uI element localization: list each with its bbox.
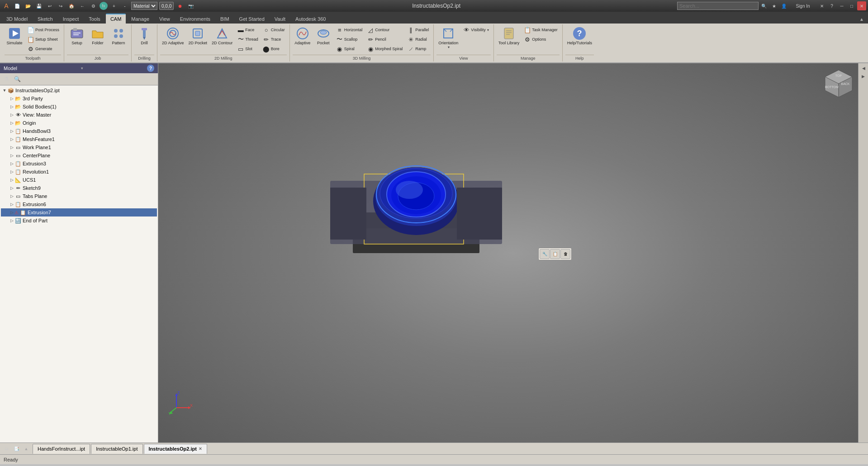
float-btn-1[interactable]: 🔧: [540, 249, 550, 259]
material-dropdown[interactable]: Material: [131, 2, 157, 10]
tree-toggle-view-master[interactable]: ▷: [9, 113, 14, 117]
right-mini-btn-2[interactable]: ▶: [862, 74, 865, 79]
drill-btn[interactable]: Drill: [134, 25, 154, 46]
tab-3d-model[interactable]: 3D Model: [2, 14, 32, 24]
save-btn[interactable]: 💾: [34, 1, 43, 10]
signin-btn[interactable]: Sign In: [789, 1, 816, 10]
scallop-btn[interactable]: 〜 Scallop: [334, 35, 365, 44]
tab-manage[interactable]: Manage: [127, 14, 154, 24]
adaptive-btn[interactable]: Adaptive: [293, 25, 313, 46]
tab-view[interactable]: View: [155, 14, 175, 24]
tab-instructables2[interactable]: InstructablesOp2.ipt ✕: [144, 444, 207, 454]
folder-btn[interactable]: Folder: [88, 25, 108, 46]
search-icon[interactable]: 🔍: [759, 1, 768, 10]
tab-sketch[interactable]: Sketch: [33, 14, 57, 24]
setup-btn[interactable]: Setup: [67, 25, 87, 46]
minus-btn[interactable]: -: [120, 1, 129, 10]
tab-cam[interactable]: CAM: [106, 14, 126, 24]
tree-toggle-work-plane1[interactable]: ▷: [9, 145, 14, 150]
tree-item-view-master[interactable]: ▷👁View: Master: [1, 111, 157, 119]
right-mini-btn-1[interactable]: ◀: [861, 64, 866, 72]
task-manager-btn[interactable]: 📋 Task Manager: [522, 25, 560, 34]
tab-nav-icon-2[interactable]: 📑: [12, 444, 21, 453]
search-input[interactable]: [677, 2, 759, 10]
bookmark-icon[interactable]: ★: [769, 1, 778, 10]
horizontal-btn[interactable]: ≡ Horizontal: [334, 25, 365, 34]
tool-library-btn[interactable]: Tool Library: [497, 25, 522, 46]
tree-toggle-root[interactable]: ▼: [2, 88, 7, 93]
simulate-btn[interactable]: Simulate: [5, 25, 24, 46]
2d-contour-btn[interactable]: 2D Contour: [210, 25, 234, 46]
bore-btn[interactable]: ⬤ Bore: [261, 44, 287, 53]
tree-toggle-end-of-part[interactable]: ▷: [9, 218, 14, 223]
tree-toggle-tabs-plane[interactable]: ▷: [9, 194, 14, 198]
tree-item-extrusion6[interactable]: ▷📋Extrusion6: [1, 200, 157, 208]
float-btn-2[interactable]: 📋: [550, 249, 560, 259]
tree-toggle-extrusion6[interactable]: ▷: [9, 202, 14, 207]
tree-item-end-of-part[interactable]: ▷🔚End of Part: [1, 217, 157, 225]
tree-item-extrusion7[interactable]: ▷⚠📋Extrusion7: [1, 208, 157, 217]
orientation-btn[interactable]: Orientation ▾: [436, 25, 460, 50]
setup-sheet-btn[interactable]: 📋 Setup Sheet: [25, 35, 61, 44]
tree-toggle-centerplane[interactable]: ▷: [9, 153, 14, 158]
undo-btn[interactable]: ↩: [45, 1, 54, 10]
help-circle-btn[interactable]: fx: [100, 2, 108, 10]
tab-bim[interactable]: BIM: [216, 14, 234, 24]
camera-btn[interactable]: 📷: [186, 1, 195, 10]
trace-btn[interactable]: ✏ Trace: [261, 35, 287, 44]
tree-toggle-extrusion3[interactable]: ▷: [9, 161, 14, 166]
morphed-spiral-btn[interactable]: ◉ Morphed Spiral: [365, 44, 404, 53]
tab-vault[interactable]: Vault: [270, 14, 290, 24]
ramp-btn[interactable]: ⟋ Ramp: [405, 44, 431, 53]
tree-item-work-plane1[interactable]: ▷▭Work Plane1: [1, 143, 157, 151]
back-btn[interactable]: ←: [78, 1, 87, 10]
question-btn[interactable]: ?: [827, 1, 836, 10]
generate-btn[interactable]: ⚙ Generate: [25, 44, 61, 53]
filter-btn[interactable]: ⚗: [2, 75, 11, 84]
tree-item-centerplane[interactable]: ▷▭CenterPlane: [1, 151, 157, 160]
tree-toggle-revolution1[interactable]: ▷: [9, 169, 14, 174]
tree-item-ucs1[interactable]: ▷📐UCS1: [1, 176, 157, 184]
tab-inspect[interactable]: Inspect: [58, 14, 83, 24]
open-btn[interactable]: 📂: [24, 1, 33, 10]
tree-toggle-extrusion7[interactable]: ▷: [9, 210, 14, 215]
tree-item-sketch9[interactable]: ▷✏Sketch9: [1, 184, 157, 192]
contour-btn[interactable]: ◿ Contour: [365, 25, 404, 34]
tree-toggle-origin[interactable]: ▷: [9, 121, 14, 125]
face-btn[interactable]: ▬ Face: [235, 25, 260, 34]
radial-btn[interactable]: ✳ Radial: [405, 35, 431, 44]
tree-toggle-solid-bodies[interactable]: ▷: [9, 104, 14, 109]
tree-toggle-meshfeature1[interactable]: ▷: [9, 137, 14, 141]
parallel-btn[interactable]: ∥ Parallel: [405, 25, 431, 34]
slot-btn[interactable]: ▭ Slot: [235, 44, 260, 53]
tree-item-3rd-party[interactable]: ▷📂3rd Party: [1, 94, 157, 103]
pocket-btn[interactable]: Pocket: [313, 25, 333, 46]
plus-btn[interactable]: +: [109, 1, 119, 10]
tree-toggle-ucs1[interactable]: ▷: [9, 178, 14, 182]
minimize-btn[interactable]: ─: [837, 1, 846, 10]
tab-instructable1[interactable]: InstructableOp1.ipt: [91, 444, 142, 454]
tab-handsfor[interactable]: HandsForInstruct...ipt: [33, 444, 90, 454]
tree-toggle-3rd-party[interactable]: ▷: [9, 96, 14, 101]
2d-pocket-btn[interactable]: 2D Pocket: [187, 25, 209, 46]
tab-environments[interactable]: Environments: [175, 14, 215, 24]
tab-get-started[interactable]: Get Started: [235, 14, 269, 24]
visibility-btn[interactable]: 👁 Visibility ▾: [461, 25, 490, 34]
tree-toggle-sketch9[interactable]: ▷: [9, 186, 14, 190]
maximize-btn[interactable]: □: [847, 1, 856, 10]
tree-item-meshfeature1[interactable]: ▷📋MeshFeature1: [1, 135, 157, 143]
app-icon[interactable]: A: [2, 1, 11, 10]
spiral-btn[interactable]: ◉ Spiral: [334, 44, 365, 53]
pattern-btn[interactable]: Pattern: [109, 25, 128, 46]
ribbon-toggle[interactable]: ▲: [857, 14, 866, 24]
tree-item-handsbowl3[interactable]: ▷📋HandsBowl3: [1, 127, 157, 135]
panel-help-btn[interactable]: ?: [147, 65, 154, 72]
tree-item-tabs-plane[interactable]: ▷▭Tabs Plane: [1, 192, 157, 200]
tab-tools[interactable]: Tools: [84, 14, 105, 24]
tree-item-revolution1[interactable]: ▷📋Revolution1: [1, 168, 157, 176]
tree-item-origin[interactable]: ▷📂Origin: [1, 119, 157, 127]
user-icon[interactable]: 👤: [779, 1, 788, 10]
tree-toggle-handsbowl3[interactable]: ▷: [9, 129, 14, 133]
help-btn[interactable]: ? Help/Tutorials: [565, 25, 594, 46]
redo-btn[interactable]: ↪: [56, 1, 65, 10]
